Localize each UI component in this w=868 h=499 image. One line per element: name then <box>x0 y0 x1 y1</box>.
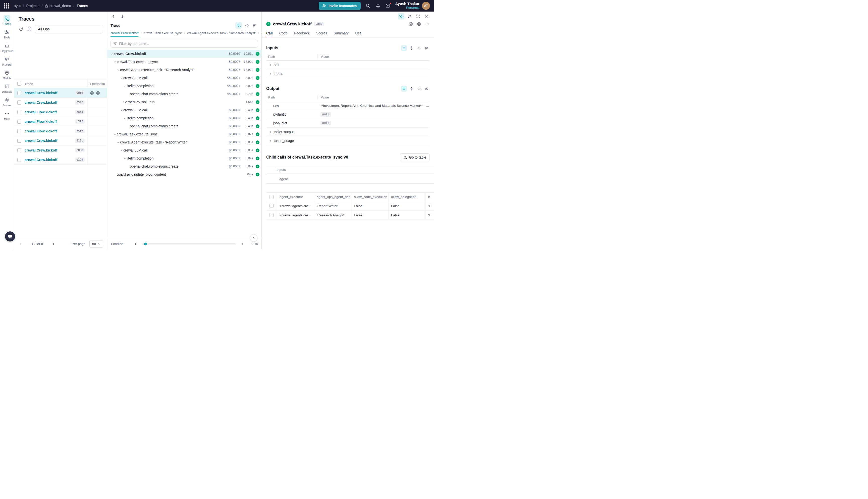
list-view-icon[interactable] <box>401 45 407 51</box>
fullscreen-icon[interactable] <box>415 13 421 20</box>
trace-tree-row[interactable]: crewai.Agent.execute_task - 'Research An… <box>107 66 261 74</box>
chevron-right-icon[interactable] <box>268 131 272 133</box>
timeline-slider[interactable] <box>142 243 236 244</box>
trace-tree-row[interactable]: crewai.Task.execute_sync $0.0007 13.92s … <box>107 58 261 66</box>
trace-tree-row[interactable]: openai.chat.completions.create <$0.0001 … <box>107 90 261 98</box>
trace-tree-row[interactable]: crewai.Crew.kickoff $0.0010 19.83s ✓ <box>107 50 261 58</box>
list-view-icon[interactable] <box>401 86 407 92</box>
trace-tree-row[interactable]: openai.chat.completions.create $0.0003 5… <box>107 162 261 170</box>
input-row-self[interactable]: self <box>266 61 430 69</box>
search-icon[interactable] <box>365 3 371 9</box>
row-checkbox[interactable] <box>17 129 21 133</box>
sidebar-item-scorers[interactable]: Scorers <box>0 95 14 109</box>
op-filter-input[interactable] <box>119 42 255 46</box>
select-all-checkbox[interactable] <box>270 195 273 199</box>
row-checkbox[interactable] <box>17 158 21 162</box>
feedback-thumbs-up-icon[interactable] <box>90 91 94 95</box>
tab-summary[interactable]: Summary <box>334 29 349 37</box>
hide-eye-off-icon[interactable] <box>423 45 430 51</box>
trace-tree-row[interactable]: crewai.Task.execute_sync $0.0003 5.87s ✓ <box>107 130 261 138</box>
collapse-timeline-button[interactable] <box>250 234 258 242</box>
stack-tab[interactable]: crewai.Task.execute_sync <box>144 29 182 37</box>
notifications-bell-icon[interactable] <box>375 3 381 9</box>
chevron-down-icon[interactable] <box>116 141 120 144</box>
table-row[interactable]: crewai.Crew.kickoffe058 <box>14 145 107 155</box>
tab-scores[interactable]: Scores <box>316 29 327 37</box>
input-row-inputs[interactable]: inputs <box>266 69 430 78</box>
overflow-menu-icon[interactable] <box>425 22 430 26</box>
trace-tree-row[interactable]: crewai.LLM.call <$0.0001 2.82s ✓ <box>107 74 261 82</box>
column-settings-icon[interactable] <box>26 26 33 33</box>
tab-code[interactable]: Code <box>279 29 288 37</box>
chevron-down-icon[interactable] <box>113 61 117 63</box>
tree-toggle-icon[interactable] <box>398 13 404 20</box>
chevron-down-icon[interactable] <box>123 157 127 160</box>
breadcrumb-project[interactable]: crewai_demo <box>45 4 71 8</box>
row-checkbox[interactable] <box>17 139 21 143</box>
trace-name-link[interactable]: crewai.Crew.kickoff <box>25 100 75 105</box>
trace-tree-row[interactable]: SerperDevTool._run 1.66s ✓ <box>107 98 261 106</box>
next-page-icon[interactable] <box>50 241 57 247</box>
table-row[interactable]: crewai.Flow.kickoffc59f <box>14 117 107 126</box>
feedback-thumbs-down-icon[interactable] <box>96 91 100 95</box>
sidebar-item-traces[interactable]: Traces <box>0 14 14 27</box>
column-header[interactable]: b <box>425 193 434 201</box>
trace-name-link[interactable]: crewai.Flow.kickoff <box>25 110 75 114</box>
tab-use[interactable]: Use <box>355 29 361 37</box>
row-checkbox[interactable] <box>17 120 21 124</box>
edit-pencil-icon[interactable] <box>406 13 413 20</box>
add-feedback-frowny-icon[interactable] <box>417 22 421 26</box>
select-all-checkbox[interactable] <box>17 82 21 86</box>
chevron-down-icon[interactable] <box>123 85 127 87</box>
column-header[interactable]: allow_delegation <box>388 193 425 201</box>
row-checkbox[interactable] <box>17 100 21 105</box>
trace-tree-row[interactable]: litellm.completion <$0.0001 2.82s ✓ <box>107 82 261 90</box>
tab-call[interactable]: Call <box>266 29 273 37</box>
table-row[interactable]: crewai.Flow.kickoffeab1 <box>14 107 107 117</box>
ops-filter-dropdown[interactable]: All Ops <box>35 25 103 34</box>
table-row[interactable]: crewai.Crew.kickoff9d89 <box>14 88 107 98</box>
chevron-down-icon[interactable] <box>119 109 123 112</box>
tree-view-icon[interactable] <box>235 22 242 29</box>
trace-name-link[interactable]: crewai.Crew.kickoff <box>25 91 75 95</box>
column-header[interactable]: allow_code_execution <box>351 193 388 201</box>
per-page-select[interactable]: 50 <box>89 240 103 248</box>
next-call-arrow-down-icon[interactable] <box>119 13 126 20</box>
trace-tree-row[interactable]: guardrail-validate_blog_content 0ms ✓ <box>107 170 261 179</box>
trace-name-link[interactable]: crewai.Crew.kickoff <box>25 158 75 162</box>
close-icon[interactable] <box>423 13 430 20</box>
table-row[interactable]: crewai.Crew.kickoffa17d <box>14 155 107 165</box>
avatar[interactable]: AT <box>422 2 430 10</box>
column-header-trace[interactable]: Trace <box>25 82 87 86</box>
trace-tree-row[interactable]: crewai.Agent.execute_task - 'Report Writ… <box>107 138 261 146</box>
tab-feedback[interactable]: Feedback <box>294 29 309 37</box>
output-row-pydantic[interactable]: pydantic null <box>266 110 430 119</box>
chevron-right-icon[interactable] <box>268 72 272 75</box>
prev-page-icon[interactable] <box>17 241 24 247</box>
trace-name-link[interactable]: crewai.Flow.kickoff <box>25 129 75 133</box>
chevron-down-icon[interactable] <box>123 117 127 120</box>
refresh-icon[interactable] <box>17 26 24 33</box>
breadcrumb-page[interactable]: Traces <box>77 4 88 8</box>
output-row-json-dict[interactable]: json_dict null <box>266 119 430 127</box>
code-view-icon[interactable] <box>416 45 422 51</box>
sidebar-item-prompts[interactable]: Prompts <box>0 54 14 68</box>
output-row-token-usage[interactable]: token_usage <box>266 136 430 145</box>
table-row[interactable]: <crewai.agents.cre… 'Research Analyst' F… <box>266 210 434 220</box>
code-view-icon[interactable] <box>416 86 422 92</box>
wandb-logo[interactable] <box>4 3 9 9</box>
trace-tree-row[interactable]: openai.chat.completions.create $0.0006 9… <box>107 122 261 130</box>
flame-graph-icon[interactable] <box>251 22 258 29</box>
sidebar-item-evals[interactable]: Evals <box>0 27 14 41</box>
table-row[interactable]: crewai.Crew.kickoff316c <box>14 136 107 145</box>
breadcrumb-projects[interactable]: Projects <box>26 4 39 8</box>
chevron-right-icon[interactable] <box>268 139 272 142</box>
trace-tree-row[interactable]: litellm.completion $0.0003 5.84s ✓ <box>107 154 261 162</box>
chevron-down-icon[interactable] <box>119 149 123 152</box>
code-view-icon[interactable] <box>243 22 250 29</box>
prev-call-arrow-up-icon[interactable] <box>110 13 116 20</box>
stack-tab[interactable]: crewai.Crew.kickoff <box>111 29 138 37</box>
chevron-down-icon[interactable] <box>113 133 117 136</box>
support-chat-button[interactable] <box>5 231 15 242</box>
invite-teammates-button[interactable]: Invite teammates <box>319 2 361 10</box>
